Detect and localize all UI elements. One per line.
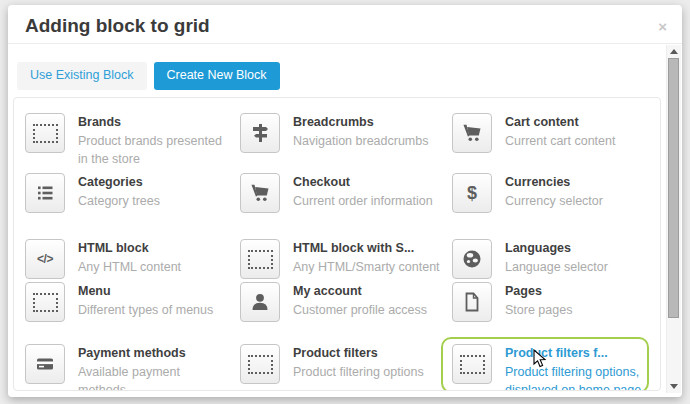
block-option-html-block-smarty[interactable]: HTML block with S... Any HTML/Smarty con… xyxy=(240,239,452,282)
globe-icon xyxy=(452,239,492,279)
block-option-html-block[interactable]: </> HTML block Any HTML content xyxy=(25,239,240,282)
close-icon[interactable]: × xyxy=(658,19,667,34)
user-icon xyxy=(240,282,280,322)
block-option-menu[interactable]: Menu Different types of menus xyxy=(25,282,240,344)
block-title: HTML block with S... xyxy=(293,240,441,257)
block-title: Brands xyxy=(78,114,226,131)
tab-bar: Use Existing Block Create New Block xyxy=(17,62,280,90)
dialog-title: Adding block to grid xyxy=(25,15,210,37)
block-description: Product filtering options, displayed on … xyxy=(505,363,653,391)
dashed-square-icon xyxy=(25,282,65,322)
block-title: Payment methods xyxy=(78,345,226,362)
block-option-pages[interactable]: Pages Store pages xyxy=(452,282,660,344)
vertical-scrollbar[interactable] xyxy=(666,45,681,393)
add-block-dialog: Adding block to grid × Use Existing Bloc… xyxy=(8,5,682,397)
block-type-grid: Brands Product brands presented in the s… xyxy=(14,98,660,391)
block-description: Currency selector xyxy=(505,192,653,210)
block-description: Current cart content xyxy=(505,132,653,150)
block-option-my-account[interactable]: My account Customer profile access xyxy=(240,282,452,344)
dashed-square-icon xyxy=(25,113,65,153)
scroll-up-icon[interactable] xyxy=(667,45,681,58)
tab-create-new-block[interactable]: Create New Block xyxy=(154,62,280,90)
block-title: Languages xyxy=(505,240,653,257)
block-option-brands[interactable]: Brands Product brands presented in the s… xyxy=(25,113,240,173)
block-option-breadcrumbs[interactable]: Breadcrumbs Navigation breadcrumbs xyxy=(240,113,452,173)
block-description: Product brands presented in the store xyxy=(78,132,226,168)
page-icon xyxy=(452,282,492,322)
block-description: Store pages xyxy=(505,301,653,319)
dashed-square-icon xyxy=(452,344,492,384)
block-title: Cart content xyxy=(505,114,653,131)
block-option-languages[interactable]: Languages Language selector xyxy=(452,239,660,282)
block-option-currencies[interactable]: $ Currencies Currency selector xyxy=(452,173,660,239)
block-title: Breadcrumbs xyxy=(293,114,441,131)
block-option-product-filters[interactable]: Product filters Product filtering option… xyxy=(240,344,452,391)
tab-use-existing-block[interactable]: Use Existing Block xyxy=(17,62,147,90)
block-option-cart-content[interactable]: Cart content Current cart content xyxy=(452,113,660,173)
block-description: Language selector xyxy=(505,258,653,276)
block-description: Navigation breadcrumbs xyxy=(293,132,441,150)
block-description: Current order information xyxy=(293,192,441,210)
code-icon: </> xyxy=(25,239,65,279)
block-title: My account xyxy=(293,283,441,300)
block-description: Available payment methods xyxy=(78,363,226,391)
block-type-panel: Brands Product brands presented in the s… xyxy=(13,97,661,391)
block-option-checkout[interactable]: Checkout Current order information xyxy=(240,173,452,239)
block-title: Menu xyxy=(78,283,226,300)
block-option-product-filters-home[interactable]: Product filters f... Product filtering o… xyxy=(452,344,660,391)
dashed-square-icon xyxy=(240,239,280,279)
block-title: Categories xyxy=(78,174,226,191)
block-title: Pages xyxy=(505,283,653,300)
block-title: Product filters xyxy=(293,345,441,362)
block-title: Product filters f... xyxy=(505,345,653,362)
block-description: Different types of menus xyxy=(78,301,226,319)
block-description: Any HTML content xyxy=(78,258,226,276)
block-option-categories[interactable]: Categories Category trees xyxy=(25,173,240,239)
block-description: Category trees xyxy=(78,192,226,210)
mouse-cursor-icon xyxy=(533,349,547,373)
block-option-payment-methods[interactable]: Payment methods Available payment method… xyxy=(25,344,240,391)
block-description: Customer profile access xyxy=(293,301,441,319)
dashed-square-icon xyxy=(240,344,280,384)
cart-icon xyxy=(452,113,492,153)
block-title: Currencies xyxy=(505,174,653,191)
block-description: Any HTML/Smarty content xyxy=(293,258,441,276)
list-icon xyxy=(25,173,65,213)
block-title: Checkout xyxy=(293,174,441,191)
block-description: Product filtering options xyxy=(293,363,441,381)
cart-icon xyxy=(240,173,280,213)
scroll-down-icon[interactable] xyxy=(667,380,681,393)
block-title: HTML block xyxy=(78,240,226,257)
credit-card-icon xyxy=(25,344,65,384)
dollar-icon: $ xyxy=(452,173,492,213)
scrollbar-thumb[interactable] xyxy=(668,58,679,318)
signpost-icon xyxy=(240,113,280,153)
header-divider xyxy=(8,43,682,44)
